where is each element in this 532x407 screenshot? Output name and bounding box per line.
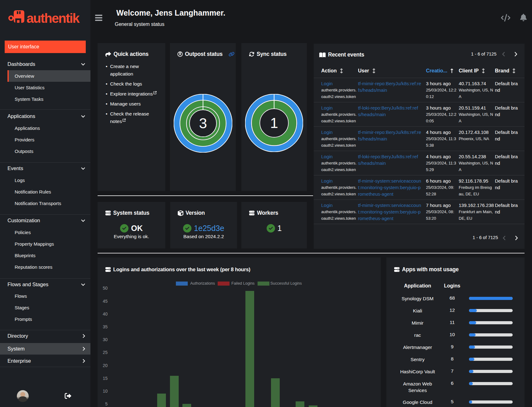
svg-text:3: 3 bbox=[199, 115, 207, 131]
svg-text:1: 1 bbox=[270, 115, 278, 131]
svg-text:authentik: authentik bbox=[27, 11, 80, 25]
